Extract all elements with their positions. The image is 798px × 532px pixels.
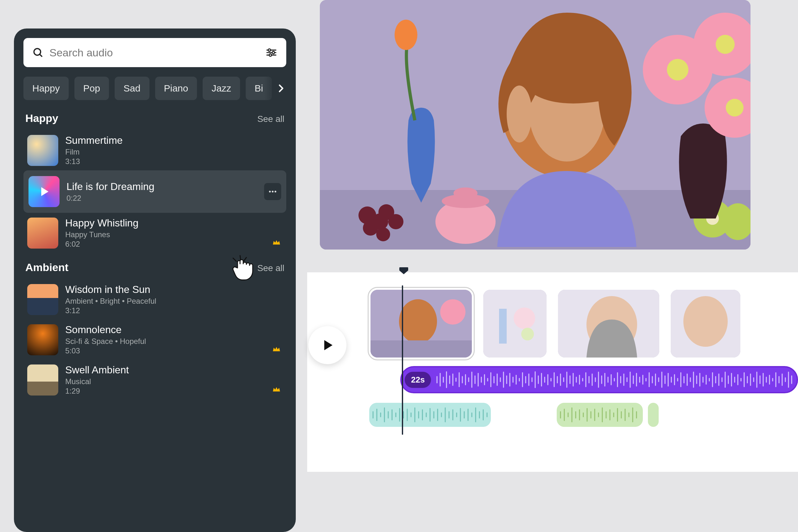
audio-segment-teal[interactable]	[369, 403, 491, 427]
timeline-clip-2[interactable]	[483, 290, 547, 358]
svg-point-3	[268, 49, 271, 51]
audio-segment-green-small[interactable]	[648, 403, 659, 427]
filter-chips: Happy Pop Sad Piano Jazz Bi	[23, 77, 286, 100]
ellipsis-icon	[268, 187, 278, 196]
svg-point-34	[726, 99, 743, 116]
track-title: Happy Whistling	[65, 217, 283, 229]
svg-rect-43	[499, 309, 507, 344]
svg-line-1	[40, 55, 42, 56]
track-duration: 3:13	[65, 157, 283, 166]
track-duration: 3:12	[65, 306, 283, 315]
svg-rect-48	[671, 290, 740, 358]
track-sub: Musical	[65, 377, 283, 386]
filter-icon[interactable]	[265, 46, 278, 59]
track-sub: Sci-fi & Space • Hopeful	[65, 337, 283, 346]
track-life-is-for-dreaming[interactable]: Life is for Dreaming 0:22	[23, 170, 286, 213]
audio-duration-badge: 22s	[405, 372, 431, 388]
svg-point-18	[363, 221, 378, 235]
track-title: Somnolence	[65, 324, 283, 336]
svg-point-49	[683, 296, 728, 347]
timeline-clip-1[interactable]	[370, 290, 472, 358]
timeline-clip-3[interactable]	[558, 290, 659, 358]
timeline-clip-4[interactable]	[671, 290, 740, 358]
chip-happy[interactable]: Happy	[23, 77, 69, 100]
svg-point-39	[399, 299, 437, 344]
svg-point-21	[376, 227, 390, 241]
track-somnolence[interactable]: Somnolence Sci-fi & Space • Hopeful 5:03	[23, 320, 286, 360]
video-preview[interactable]	[320, 0, 750, 249]
svg-point-8	[269, 191, 271, 192]
svg-rect-41	[370, 340, 472, 358]
svg-rect-46	[558, 290, 659, 358]
track-wisdom-in-the-sun[interactable]: Wisdom in the Sun Ambient • Bright • Pea…	[23, 279, 286, 320]
track-summertime[interactable]: Summertime Film 3:13	[23, 130, 286, 170]
svg-point-7	[269, 54, 272, 56]
track-duration: 6:02	[65, 240, 283, 249]
track-title: Wisdom in the Sun	[65, 284, 283, 296]
crown-icon	[272, 238, 281, 247]
more-button[interactable]	[264, 183, 281, 200]
track-happy-whistling[interactable]: Happy Whistling Happy Tunes 6:02	[23, 213, 286, 253]
chip-partial[interactable]: Bi	[246, 77, 272, 100]
play-button[interactable]	[308, 326, 346, 364]
svg-point-22	[395, 20, 417, 50]
section-title-happy: Happy	[25, 112, 58, 125]
svg-point-5	[272, 51, 275, 54]
track-thumb	[27, 284, 58, 315]
svg-point-25	[454, 188, 477, 199]
search-bar[interactable]	[23, 38, 286, 67]
svg-point-32	[667, 59, 688, 80]
audio-track-main[interactable]: 22s	[400, 366, 798, 393]
track-title: Summertime	[65, 135, 283, 146]
svg-point-45	[521, 328, 534, 340]
section-title-ambient: Ambient	[25, 261, 69, 273]
search-icon	[32, 47, 44, 58]
svg-rect-42	[483, 290, 547, 358]
svg-point-40	[440, 299, 466, 325]
chip-piano[interactable]: Piano	[155, 77, 197, 100]
track-thumb	[28, 176, 59, 207]
clips-row	[370, 290, 740, 358]
chip-pop[interactable]: Pop	[74, 77, 109, 100]
svg-point-37	[507, 86, 532, 142]
track-duration: 5:03	[65, 346, 283, 355]
audio-segment-green[interactable]	[557, 403, 643, 427]
see-all-ambient[interactable]: See all	[257, 263, 284, 273]
timeline: 22s	[307, 272, 798, 472]
track-thumb	[27, 364, 58, 396]
see-all-happy[interactable]: See all	[257, 114, 284, 124]
svg-point-44	[514, 307, 535, 329]
track-sub: Film	[65, 148, 283, 156]
svg-point-9	[272, 191, 273, 192]
track-swell-ambient[interactable]: Swell Ambient Musical 1:29	[23, 360, 286, 400]
playhead-handle[interactable]	[399, 267, 408, 276]
play-icon[interactable]	[28, 176, 59, 207]
track-sub: Happy Tunes	[65, 230, 283, 239]
track-thumb	[27, 135, 58, 166]
track-title: Swell Ambient	[65, 364, 283, 376]
crown-icon	[272, 344, 281, 354]
crown-icon	[272, 385, 281, 394]
track-duration: 0:22	[66, 194, 257, 203]
chip-sad[interactable]: Sad	[115, 77, 149, 100]
track-duration: 1:29	[65, 387, 283, 396]
track-thumb	[27, 217, 58, 249]
chevron-right-icon[interactable]	[276, 83, 286, 94]
waveform-icon	[435, 370, 793, 389]
play-icon	[320, 338, 335, 353]
track-title: Life is for Dreaming	[66, 181, 257, 192]
audio-panel: Happy Pop Sad Piano Jazz Bi Happy See al…	[14, 28, 296, 532]
svg-point-33	[716, 35, 735, 54]
track-thumb	[27, 324, 58, 355]
playhead-line[interactable]	[402, 285, 403, 435]
track-sub: Ambient • Bright • Peaceful	[65, 297, 283, 306]
svg-point-10	[274, 191, 277, 192]
svg-point-20	[388, 214, 403, 229]
svg-point-47	[587, 296, 637, 353]
chip-jazz[interactable]: Jazz	[203, 77, 240, 100]
search-input[interactable]	[50, 46, 260, 59]
